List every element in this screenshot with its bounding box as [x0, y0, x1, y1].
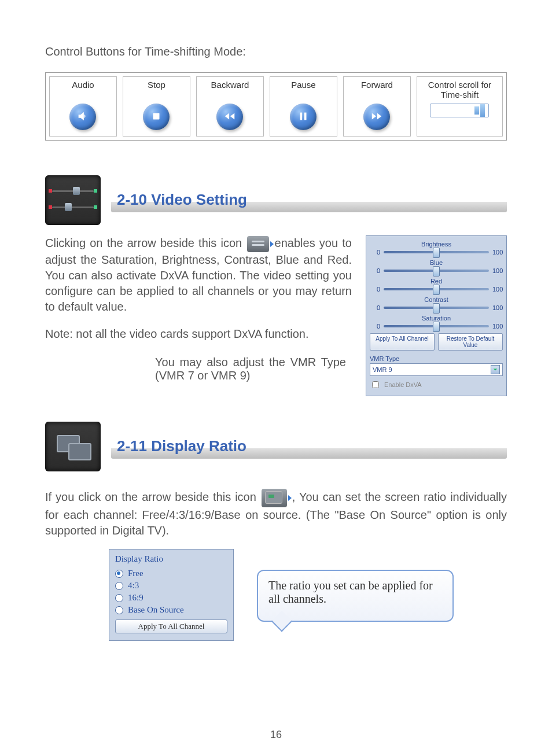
scroll-thumb-end[interactable] [480, 104, 485, 117]
section-title-display: 2-11 Display Ratio [111, 435, 507, 459]
red-slider[interactable] [384, 288, 489, 290]
speaker-icon [76, 110, 89, 124]
intro-text: Control Buttons for Time-shifting Mode: [45, 45, 507, 58]
pause-button[interactable] [290, 104, 317, 130]
arrow-right-icon [288, 495, 292, 501]
display-ratio-icon [45, 422, 101, 471]
svg-rect-2 [304, 112, 307, 120]
display-paragraph: If you click on the arrow beside this ic… [45, 489, 507, 539]
blue-slider[interactable] [384, 270, 489, 272]
slider-label-saturation: Saturation [370, 315, 503, 322]
video-settings-panel: Brightness 0100 Blue 0100 Red 0100 Contr… [366, 235, 507, 396]
fast-forward-icon [370, 110, 383, 124]
ratio-option-base-on-source[interactable]: Base On Source [115, 605, 227, 615]
restore-default-button[interactable]: Restore To Default Value [438, 333, 503, 351]
video-setting-inline-icon[interactable] [247, 236, 269, 252]
section-display-ratio-header: 2-11 Display Ratio [45, 422, 507, 471]
slider-label-blue: Blue [370, 259, 503, 266]
svg-rect-0 [153, 113, 160, 119]
display-ratio-inline-icon[interactable] [262, 489, 287, 507]
scroll-label: Control scroll for Time-shift [419, 80, 500, 100]
rewind-icon [223, 110, 236, 124]
display-ratio-panel: Display Ratio Free 4:3 16:9 Base On Sour… [109, 549, 234, 641]
stop-label: Stop [126, 80, 187, 100]
apply-all-channel-button[interactable]: Apply To All Channel [370, 333, 435, 351]
contrast-slider[interactable] [384, 307, 489, 309]
pause-label: Pause [273, 80, 334, 100]
brightness-slider[interactable] [384, 251, 489, 253]
enable-dxva-input[interactable] [372, 381, 379, 388]
video-setting-icon [45, 175, 101, 225]
enable-dxva-checkbox[interactable]: Enable DxVA [370, 379, 503, 390]
slider-label-contrast: Contrast [370, 296, 503, 303]
ratio-option-free[interactable]: Free [115, 569, 227, 578]
vmr-paragraph: You may also adjust the VMR Type (VMR 7 … [45, 356, 352, 382]
forward-button[interactable] [363, 104, 390, 130]
scroll-cell: Control scroll for Time-shift [417, 76, 503, 137]
ratio-option-4-3[interactable]: 4:3 [115, 581, 227, 591]
section-title-video: 2-10 Video Setting [111, 189, 507, 212]
arrow-right-icon [270, 241, 274, 247]
section-video-setting-header: 2-10 Video Setting [45, 175, 507, 225]
audio-button[interactable] [69, 104, 96, 130]
ratio-option-16-9[interactable]: 16:9 [115, 593, 227, 603]
callout-bubble: The ratio you set can be applied for all… [257, 570, 454, 622]
audio-label: Audio [52, 80, 114, 100]
svg-rect-1 [300, 112, 303, 120]
backward-cell: Backward [196, 76, 264, 137]
page-number: 16 [0, 729, 552, 741]
control-buttons-row: Audio Stop Backward Pau [45, 72, 507, 141]
forward-label: Forward [346, 80, 408, 100]
video-note: Note: not all the video cards support Dx… [45, 326, 352, 342]
video-paragraph: Clicking on the arrow beside this icon e… [45, 235, 352, 315]
chevron-down-icon [491, 365, 500, 374]
audio-cell: Audio [49, 76, 117, 137]
scroll-thumb[interactable] [474, 106, 479, 114]
pause-cell: Pause [270, 76, 337, 137]
vmr-type-label: VMR Type [370, 355, 503, 362]
ratio-apply-all-button[interactable]: Apply To All Channel [115, 619, 227, 633]
display-ratio-title: Display Ratio [115, 554, 227, 564]
saturation-slider[interactable] [384, 325, 489, 327]
stop-button[interactable] [143, 104, 170, 130]
pause-icon [297, 110, 310, 124]
stop-icon [150, 110, 163, 124]
slider-label-brightness: Brightness [370, 241, 503, 248]
stop-cell: Stop [123, 76, 190, 137]
time-shift-scrollbar[interactable] [430, 104, 489, 117]
slider-label-red: Red [370, 278, 503, 285]
backward-button[interactable] [216, 104, 243, 130]
backward-label: Backward [199, 80, 261, 100]
forward-cell: Forward [343, 76, 411, 137]
vmr-type-select[interactable]: VMR 9 [370, 363, 503, 376]
